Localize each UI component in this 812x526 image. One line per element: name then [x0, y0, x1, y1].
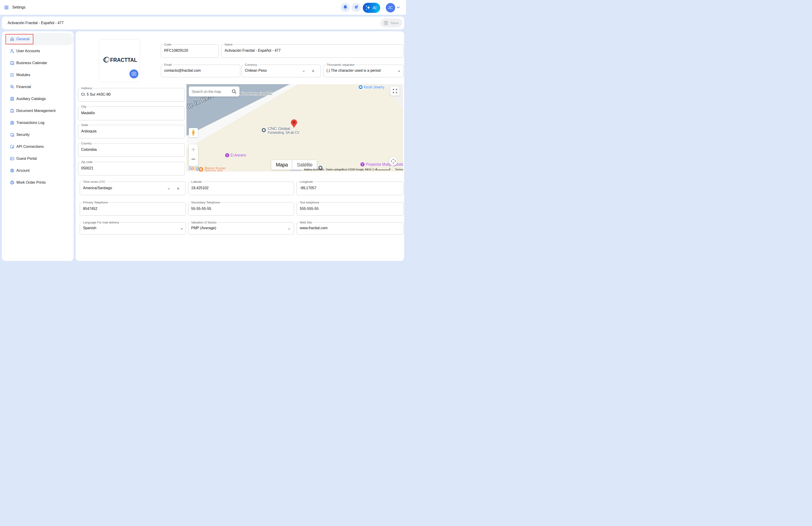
svg-text:Forwarding, SA de CV: Forwarding, SA de CV — [268, 130, 300, 135]
svg-text:CNC Global: CNC Global — [268, 127, 290, 131]
svg-text:Aicon Internacional SC: Aicon Internacional SC — [240, 91, 272, 96]
svg-text:Proyectos Multipropósito: Proyectos Multipropósito — [366, 162, 404, 167]
svg-text:Kerah Jewelry: Kerah Jewelry — [364, 85, 385, 89]
svg-text:$: $ — [11, 86, 12, 88]
svg-text:Reforma 408: Reforma 408 — [205, 169, 222, 172]
svg-text:El Arenero: El Arenero — [231, 153, 246, 158]
